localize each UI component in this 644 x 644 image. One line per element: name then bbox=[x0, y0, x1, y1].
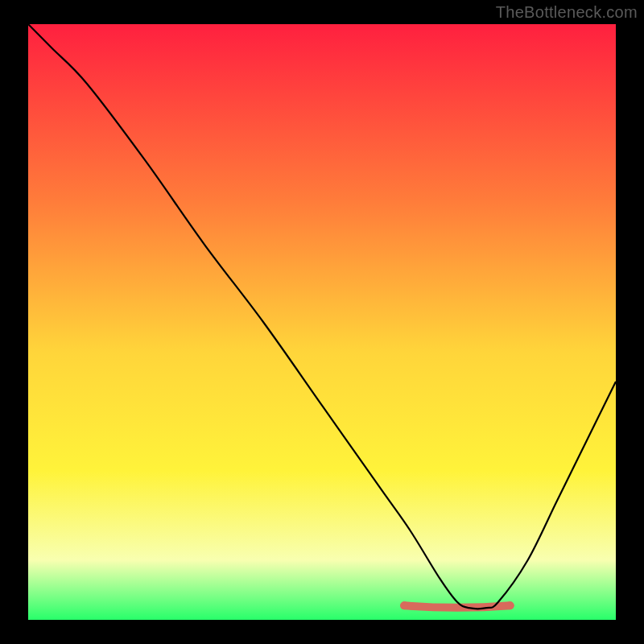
highlight-dot-left bbox=[400, 601, 408, 609]
chart-frame: TheBottleneck.com bbox=[0, 0, 644, 644]
bottleneck-plot bbox=[0, 0, 644, 644]
gradient-background bbox=[28, 24, 616, 620]
highlight-dot-right bbox=[506, 601, 514, 609]
